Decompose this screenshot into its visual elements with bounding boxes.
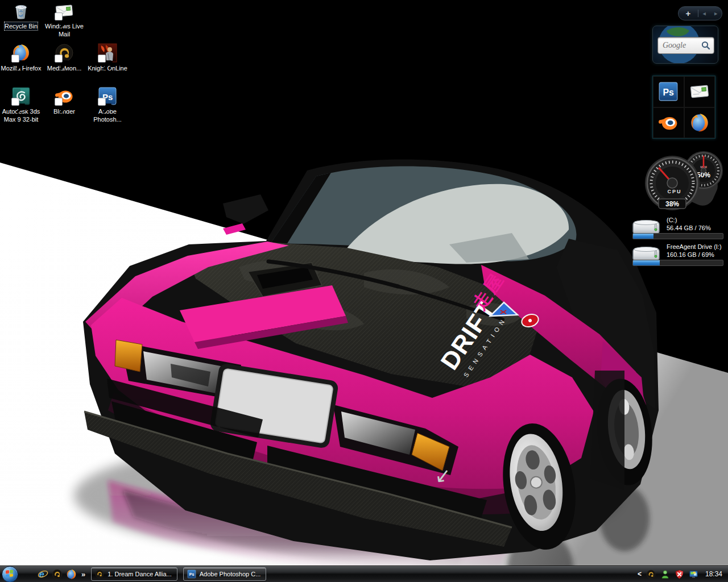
taskbar-button-label: Adobe Photoshop C... — [200, 571, 261, 577]
desktop-icon-knight-online[interactable]: Knight OnLine — [86, 43, 129, 72]
quick-launch — [38, 569, 77, 580]
desktop-icon-label: Recycle Bin — [5, 22, 38, 30]
blender-icon — [658, 113, 679, 133]
sidebar-add-gadget-control[interactable]: + ◄ ► — [678, 6, 722, 20]
clock[interactable]: 18:34 — [705, 570, 722, 578]
display-tray-icon[interactable] — [689, 569, 698, 579]
drive-usage: 56.44 GB / 76% — [667, 224, 711, 232]
drive-meter-gadget: (C:) 56.44 GB / 76% FreeAgent Drive (I:)… — [630, 216, 723, 267]
shortcut-arrow-icon — [55, 13, 63, 20]
quick-launch-overflow-chevron[interactable]: » — [81, 570, 85, 579]
drive-usage-bar — [632, 260, 723, 266]
shortcut-arrow-icon — [55, 98, 63, 106]
shortcut-arrow-icon — [11, 55, 19, 63]
messenger-tray-icon[interactable] — [660, 569, 670, 579]
firefox-icon — [689, 113, 710, 133]
desktop-icon-photoshop[interactable]: Adobe Photosh... — [86, 86, 129, 123]
recycle-bin-icon — [11, 1, 31, 20]
photoshop-icon — [187, 569, 196, 579]
mediamonkey-icon[interactable] — [52, 569, 63, 580]
drive-name: (C:) — [667, 216, 711, 224]
google-search-gadget: Google — [652, 26, 718, 64]
system-tray: < 18:34 — [638, 569, 728, 579]
mediamonkey-icon — [95, 569, 104, 579]
launcher-photoshop[interactable] — [653, 76, 684, 107]
internet-explorer-icon[interactable] — [38, 569, 48, 580]
start-button[interactable] — [2, 566, 18, 582]
desktop-icon-blender[interactable]: Blender — [43, 86, 85, 115]
windows-flag-icon — [6, 569, 14, 577]
search-placeholder: Google — [658, 41, 701, 50]
drive-usage-bar — [632, 233, 723, 239]
desktop-icon-windows-live-mail[interactable]: Windows Live Mail — [43, 1, 85, 38]
drive-usage-fill — [633, 260, 660, 265]
desktop-icon-3ds-max[interactable]: Autodesk 3ds Max 9 32-bit — [0, 86, 42, 123]
google-search-box[interactable]: Google — [657, 37, 714, 54]
security-alert-tray-icon[interactable] — [675, 569, 684, 579]
search-icon[interactable] — [701, 40, 711, 51]
desktop-icon-mozilla-firefox[interactable]: Mozilla Firefox — [0, 43, 42, 72]
photoshop-icon — [98, 86, 117, 106]
launcher-blender[interactable] — [653, 107, 684, 139]
launcher-mail[interactable] — [684, 76, 715, 107]
next-gadget-button[interactable]: ► — [713, 11, 718, 16]
mail-icon — [55, 1, 74, 20]
add-gadget-button[interactable]: + — [679, 9, 698, 18]
desktop-icon-mediamonkey[interactable]: MediaMon... — [43, 43, 85, 72]
shortcut-arrow-icon — [11, 98, 19, 106]
firefox-icon[interactable] — [66, 569, 77, 580]
arrow-decal: ↙ — [433, 463, 453, 487]
shortcut-arrow-icon — [55, 55, 63, 63]
drive-name: FreeAgent Drive (I:) — [667, 243, 722, 251]
cpu-value: 38% — [665, 200, 679, 208]
taskbar-button-dream-dance[interactable]: 1. Dream Dance Allia... — [91, 567, 177, 581]
firefox-icon — [11, 43, 31, 63]
photoshop-icon — [658, 81, 679, 102]
taskbar-button-photoshop[interactable]: Adobe Photoshop C... — [183, 567, 267, 581]
prev-gadget-button[interactable]: ◄ — [702, 11, 707, 16]
drive-usage: 160.16 GB / 69% — [667, 251, 722, 259]
3ds-max-icon — [11, 86, 31, 106]
taskbar: » 1. Dream Dance Allia... Adobe Photosho… — [0, 566, 728, 582]
shortcut-arrow-icon — [98, 98, 106, 106]
knight-online-icon — [98, 43, 117, 63]
launcher-firefox[interactable] — [684, 107, 715, 139]
app-launcher-gadget — [652, 76, 715, 139]
mail-icon — [689, 81, 710, 102]
tray-chevron[interactable]: < — [638, 570, 642, 578]
blender-icon — [55, 86, 74, 106]
desktop-icon-recycle-bin[interactable]: Recycle Bin — [0, 1, 42, 30]
mediamonkey-icon — [55, 43, 74, 63]
cpu-label: CPU — [667, 189, 681, 194]
mediamonkey-tray-icon[interactable] — [646, 569, 656, 579]
shortcut-arrow-icon — [98, 55, 106, 63]
cpu-gauge: CPU 38% — [645, 156, 700, 210]
taskbar-button-label: 1. Dream Dance Allia... — [107, 571, 172, 577]
cpu-meter-gadget: MEM 50% CPU 38% — [643, 149, 728, 216]
drive-usage-fill — [633, 234, 653, 239]
